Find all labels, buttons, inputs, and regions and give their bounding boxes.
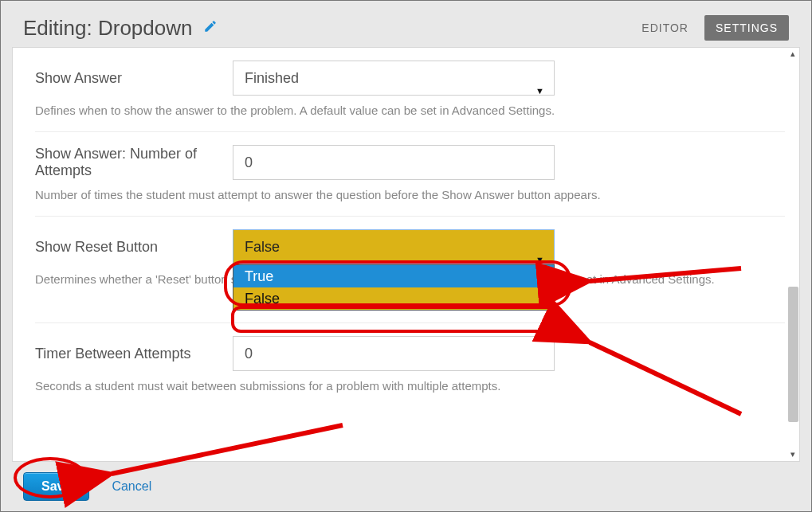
- input-timer[interactable]: [233, 336, 555, 371]
- setting-show-reset: Show Reset Button False ▼ True False: [35, 217, 785, 323]
- tab-settings[interactable]: SETTINGS: [704, 15, 789, 41]
- tab-editor[interactable]: EDITOR: [630, 15, 700, 41]
- pencil-icon[interactable]: [203, 19, 218, 37]
- label-show-answer-attempts: Show Answer: Number of Attempts: [35, 146, 233, 179]
- select-show-reset-value: False: [245, 239, 280, 255]
- setting-show-answer: Show Answer Finished ▼ Defines when to s…: [35, 48, 785, 132]
- help-show-reset-prefix: Determines whether a 'Reset' button s: [35, 272, 237, 286]
- settings-body: ▴ ▾ Show Answer Finished ▼ Defines when …: [12, 47, 800, 462]
- setting-show-answer-attempts: Show Answer: Number of Attempts Number o…: [35, 132, 785, 217]
- page-title: Editing: Dropdown: [23, 16, 192, 41]
- help-timer: Seconds a student must wait between subm…: [35, 379, 785, 393]
- setting-timer: Timer Between Attempts Seconds a student…: [35, 323, 785, 407]
- input-show-answer-attempts[interactable]: [233, 145, 555, 180]
- modal-header: Editing: Dropdown EDITOR SETTINGS: [1, 1, 811, 47]
- select-show-reset-options: True False: [233, 264, 555, 311]
- select-show-answer[interactable]: Finished ▼: [233, 61, 555, 96]
- label-show-reset: Show Reset Button: [35, 239, 233, 256]
- option-true[interactable]: True: [233, 265, 554, 287]
- help-show-answer: Defines when to show the answer to the p…: [35, 104, 785, 117]
- modal-footer: Save Cancel: [1, 462, 811, 511]
- select-show-reset[interactable]: False ▼: [233, 229, 555, 264]
- label-show-answer: Show Answer: [35, 70, 233, 87]
- save-button[interactable]: Save: [23, 472, 89, 501]
- help-show-reset-suffix: et in Advanced Settings.: [586, 272, 715, 286]
- select-show-answer-value: Finished: [245, 70, 299, 86]
- label-timer: Timer Between Attempts: [35, 346, 233, 362]
- cancel-link[interactable]: Cancel: [112, 479, 151, 494]
- editor-modal: Editing: Dropdown EDITOR SETTINGS ▴ ▾ Sh…: [1, 1, 811, 511]
- help-show-answer-attempts: Number of times the student must attempt…: [35, 188, 785, 201]
- option-false[interactable]: False: [233, 287, 554, 310]
- chevron-down-icon: ▼: [535, 74, 544, 107]
